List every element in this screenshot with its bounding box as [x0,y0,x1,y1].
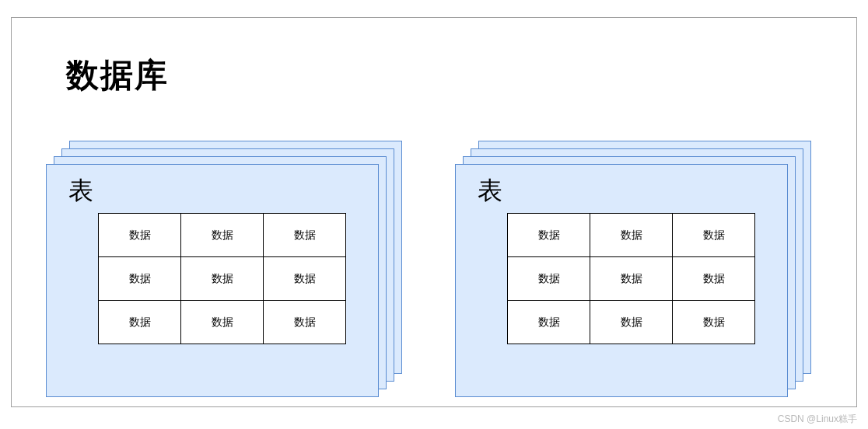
table-row: 数据 数据 数据 [99,301,346,344]
table-label: 表 [478,174,502,208]
table-row: 数据 数据 数据 [99,257,346,301]
table-label: 表 [68,174,93,208]
data-cell: 数据 [673,214,755,257]
data-grid: 数据 数据 数据 数据 数据 数据 数据 数据 数据 [98,213,346,344]
stack-card-front: 表 数据 数据 数据 数据 数据 数据 数据 数据 数据 [46,164,379,397]
data-cell: 数据 [99,214,181,257]
data-cell: 数据 [99,257,181,301]
data-cell: 数据 [590,301,673,344]
stack-card-front: 表 数据 数据 数据 数据 数据 数据 数据 数据 数据 [455,164,788,397]
data-cell: 数据 [181,257,264,301]
data-cell: 数据 [264,301,346,344]
data-cell: 数据 [508,214,590,257]
table-row: 数据 数据 数据 [508,214,755,257]
data-cell: 数据 [181,214,264,257]
data-cell: 数据 [181,301,264,344]
table-row: 数据 数据 数据 [508,301,755,344]
data-cell: 数据 [508,257,590,301]
data-grid: 数据 数据 数据 数据 数据 数据 数据 数据 数据 [507,213,755,344]
table-row: 数据 数据 数据 [508,257,755,301]
data-cell: 数据 [264,257,346,301]
data-cell: 数据 [673,301,755,344]
data-cell: 数据 [99,301,181,344]
data-cell: 数据 [590,214,673,257]
table-stack-right: 表 数据 数据 数据 数据 数据 数据 数据 数据 数据 [455,141,813,389]
database-container: 数据库 表 数据 数据 数据 数据 数据 数据 数据 数据 [11,17,857,407]
watermark-text: CSDN @Linux糕手 [778,413,857,426]
data-cell: 数据 [508,301,590,344]
table-row: 数据 数据 数据 [99,214,346,257]
data-cell: 数据 [590,257,673,301]
database-title: 数据库 [66,54,169,97]
data-cell: 数据 [264,214,346,257]
data-cell: 数据 [673,257,755,301]
table-stack-left: 表 数据 数据 数据 数据 数据 数据 数据 数据 数据 [46,141,404,389]
